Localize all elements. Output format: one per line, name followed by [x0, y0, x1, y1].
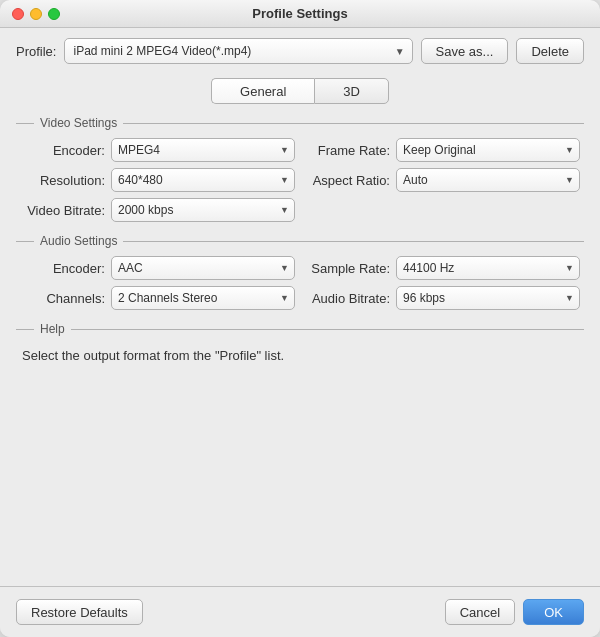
- save-as-button[interactable]: Save as...: [421, 38, 509, 64]
- audio-section-line-right: [123, 241, 584, 242]
- window-title: Profile Settings: [252, 6, 347, 21]
- ok-button[interactable]: OK: [523, 599, 584, 625]
- restore-defaults-button[interactable]: Restore Defaults: [16, 599, 143, 625]
- audio-bitrate-label: Audio Bitrate:: [305, 291, 390, 306]
- profile-label: Profile:: [16, 44, 56, 59]
- aspect-ratio-label: Aspect Ratio:: [305, 173, 390, 188]
- help-section-title: Help: [34, 322, 71, 336]
- video-section-line-left: [16, 123, 34, 124]
- aspect-ratio-row: Aspect Ratio: Auto ▼: [305, 168, 580, 192]
- encoder-select-wrap: MPEG4 ▼: [111, 138, 295, 162]
- profile-select-wrap: iPad mini 2 MPEG4 Video(*.mp4) ▼: [64, 38, 412, 64]
- frame-rate-select[interactable]: Keep Original: [396, 138, 580, 162]
- help-text: Select the output format from the "Profi…: [16, 344, 584, 367]
- video-section-title: Video Settings: [34, 116, 123, 130]
- resolution-select-wrap: 640*480 ▼: [111, 168, 295, 192]
- audio-settings-section: Audio Settings Encoder: AAC ▼ Sample R: [16, 234, 584, 310]
- bottom-bar: Restore Defaults Cancel OK: [0, 586, 600, 637]
- profile-row: Profile: iPad mini 2 MPEG4 Video(*.mp4) …: [0, 28, 600, 74]
- audio-bitrate-select-wrap: 96 kbps ▼: [396, 286, 580, 310]
- frame-rate-label: Frame Rate:: [305, 143, 390, 158]
- channels-row: Channels: 2 Channels Stereo ▼: [20, 286, 295, 310]
- tab-general[interactable]: General: [211, 78, 314, 104]
- video-bitrate-select-wrap: 2000 kbps ▼: [111, 198, 295, 222]
- video-bitrate-row: Video Bitrate: 2000 kbps ▼: [20, 198, 295, 222]
- audio-section-title-row: Audio Settings: [16, 234, 584, 248]
- encoder-row: Encoder: MPEG4 ▼: [20, 138, 295, 162]
- sample-rate-select-wrap: 44100 Hz ▼: [396, 256, 580, 280]
- content-area: Profile: iPad mini 2 MPEG4 Video(*.mp4) …: [0, 28, 600, 637]
- resolution-label: Resolution:: [20, 173, 105, 188]
- cancel-button[interactable]: Cancel: [445, 599, 515, 625]
- frame-rate-select-wrap: Keep Original ▼: [396, 138, 580, 162]
- title-bar: Profile Settings: [0, 0, 600, 28]
- profile-select[interactable]: iPad mini 2 MPEG4 Video(*.mp4): [64, 38, 412, 64]
- content-spacer: [0, 375, 600, 586]
- channels-select[interactable]: 2 Channels Stereo: [111, 286, 295, 310]
- minimize-button[interactable]: [30, 8, 42, 20]
- channels-select-wrap: 2 Channels Stereo ▼: [111, 286, 295, 310]
- delete-button[interactable]: Delete: [516, 38, 584, 64]
- audio-section-title: Audio Settings: [34, 234, 123, 248]
- audio-section-line-left: [16, 241, 34, 242]
- aspect-ratio-select[interactable]: Auto: [396, 168, 580, 192]
- resolution-select[interactable]: 640*480: [111, 168, 295, 192]
- audio-encoder-label: Encoder:: [20, 261, 105, 276]
- audio-encoder-select-wrap: AAC ▼: [111, 256, 295, 280]
- close-button[interactable]: [12, 8, 24, 20]
- video-settings-section: Video Settings Encoder: MPEG4 ▼ Frame: [16, 116, 584, 222]
- resolution-row: Resolution: 640*480 ▼: [20, 168, 295, 192]
- frame-rate-row: Frame Rate: Keep Original ▼: [305, 138, 580, 162]
- tabs-row: General 3D: [0, 74, 600, 112]
- channels-label: Channels:: [20, 291, 105, 306]
- window: Profile Settings Profile: iPad mini 2 MP…: [0, 0, 600, 637]
- video-bitrate-label: Video Bitrate:: [20, 203, 105, 218]
- help-section: Help Select the output format from the "…: [16, 322, 584, 367]
- audio-bitrate-row: Audio Bitrate: 96 kbps ▼: [305, 286, 580, 310]
- encoder-label: Encoder:: [20, 143, 105, 158]
- maximize-button[interactable]: [48, 8, 60, 20]
- tab-3d[interactable]: 3D: [314, 78, 389, 104]
- help-section-line-right: [71, 329, 584, 330]
- aspect-ratio-select-wrap: Auto ▼: [396, 168, 580, 192]
- sample-rate-select[interactable]: 44100 Hz: [396, 256, 580, 280]
- sample-rate-label: Sample Rate:: [305, 261, 390, 276]
- help-section-title-row: Help: [16, 322, 584, 336]
- audio-bitrate-select[interactable]: 96 kbps: [396, 286, 580, 310]
- audio-encoder-row: Encoder: AAC ▼: [20, 256, 295, 280]
- audio-fields-grid: Encoder: AAC ▼ Sample Rate: 44100 Hz: [16, 256, 584, 310]
- sample-rate-row: Sample Rate: 44100 Hz ▼: [305, 256, 580, 280]
- video-section-line-right: [123, 123, 584, 124]
- encoder-select[interactable]: MPEG4: [111, 138, 295, 162]
- audio-encoder-select[interactable]: AAC: [111, 256, 295, 280]
- video-bitrate-select[interactable]: 2000 kbps: [111, 198, 295, 222]
- traffic-lights: [12, 8, 60, 20]
- help-section-line-left: [16, 329, 34, 330]
- video-fields-grid: Encoder: MPEG4 ▼ Frame Rate: Keep Origin…: [16, 138, 584, 222]
- video-section-title-row: Video Settings: [16, 116, 584, 130]
